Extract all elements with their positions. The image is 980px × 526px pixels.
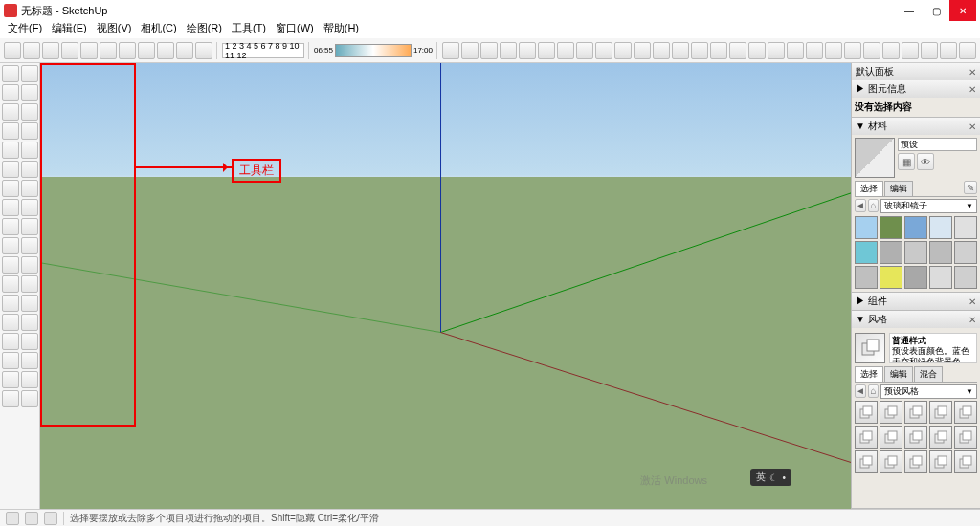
upload-icon[interactable] [921, 42, 938, 59]
style-thumb[interactable] [954, 426, 977, 449]
styles-tab-edit[interactable]: 编辑 [884, 366, 913, 382]
paste-icon[interactable] [100, 42, 117, 59]
orbit-icon[interactable] [21, 275, 38, 293]
material-swatch[interactable] [929, 216, 952, 239]
material-preview-swatch[interactable] [855, 138, 895, 178]
left-icon[interactable] [538, 42, 555, 59]
3dwh-icon[interactable] [902, 42, 919, 59]
pan-icon[interactable] [710, 42, 727, 59]
material-swatch[interactable] [855, 241, 878, 264]
materials-library-select[interactable]: 玻璃和镜子 ▼ [880, 199, 977, 213]
style-thumb[interactable] [929, 450, 952, 473]
front-icon[interactable] [480, 42, 498, 59]
material-swatch[interactable] [929, 266, 952, 289]
lasso-icon[interactable] [21, 65, 38, 82]
pie-icon[interactable] [21, 142, 38, 159]
style-thumb[interactable] [929, 401, 952, 424]
geo-icon[interactable] [882, 42, 900, 59]
style-thumb[interactable] [855, 450, 878, 473]
ime-indicator[interactable]: 英 ☾ • [750, 469, 791, 486]
pos-cam-icon[interactable] [825, 42, 842, 59]
scenes-tabs[interactable]: 1 2 3 4 5 6 7 8 9 10 11 12 [222, 43, 304, 58]
prev-icon[interactable] [787, 42, 804, 59]
shadow-time-slider[interactable] [335, 44, 412, 57]
material-name-input[interactable] [898, 138, 977, 151]
materials-back-icon[interactable]: ◄ [855, 199, 866, 212]
credits-icon[interactable] [44, 512, 57, 525]
style-thumb[interactable] [880, 401, 902, 424]
freehand-icon[interactable] [21, 84, 38, 101]
pan-tool-icon[interactable] [2, 295, 19, 312]
back-icon[interactable] [519, 42, 536, 59]
axes-icon[interactable] [21, 237, 38, 254]
help-icon[interactable] [6, 512, 19, 525]
sample-material-icon[interactable]: 👁 [917, 153, 934, 170]
zoom-win-icon[interactable] [748, 42, 766, 59]
shaded-tex-icon[interactable] [634, 42, 651, 59]
walk-icon[interactable] [672, 42, 689, 59]
panel-close-icon[interactable]: ✕ [969, 315, 976, 325]
section-icon[interactable] [844, 42, 861, 59]
material-swatch[interactable] [904, 266, 927, 289]
hidden-line-icon[interactable] [595, 42, 612, 59]
select-icon[interactable] [2, 65, 19, 82]
menu-edit[interactable]: 编辑(E) [48, 21, 91, 38]
share-icon[interactable] [940, 42, 957, 59]
viewport-3d[interactable]: 工具栏 激活 Windows 英 ☾ • [40, 63, 851, 509]
ext-wh-icon[interactable] [959, 42, 976, 59]
material-swatch[interactable] [880, 216, 902, 239]
geo-icon[interactable] [25, 512, 38, 525]
menu-camera[interactable]: 相机(C) [137, 21, 180, 38]
maximize-button[interactable]: ▢ [923, 0, 949, 21]
open-icon[interactable] [23, 42, 40, 59]
tape-icon[interactable] [2, 218, 19, 235]
shaded-icon[interactable] [614, 42, 632, 59]
materials-tab-edit[interactable]: 编辑 [884, 181, 913, 196]
top-icon[interactable] [461, 42, 479, 59]
components-header[interactable]: ▶ 组件 ✕ [852, 293, 980, 310]
text-icon[interactable] [2, 237, 19, 254]
scale-icon[interactable] [21, 199, 38, 216]
material-swatch[interactable] [954, 216, 977, 239]
look-around-icon[interactable] [21, 333, 38, 350]
styles-header[interactable]: ▼ 风格 ✕ [852, 311, 980, 328]
materials-header[interactable]: ▼ 材料 ✕ [852, 118, 980, 135]
protractor-icon[interactable] [21, 218, 38, 235]
styles-tab-select[interactable]: 选择 [855, 366, 883, 382]
copy-icon[interactable] [80, 42, 98, 59]
model-info-icon[interactable] [195, 42, 212, 59]
style-thumb[interactable] [954, 401, 977, 424]
style-thumb[interactable] [855, 426, 878, 449]
tray-pin-icon[interactable]: ✕ [969, 67, 976, 77]
rotrect-icon[interactable] [21, 103, 38, 121]
minimize-button[interactable]: — [896, 0, 923, 21]
style-thumbnail[interactable] [855, 333, 885, 363]
save-icon[interactable] [42, 42, 59, 59]
circle-icon[interactable] [2, 122, 19, 140]
entity-info-header[interactable]: ▶ 图元信息 ✕ [852, 80, 980, 98]
panel-close-icon[interactable]: ✕ [969, 84, 976, 95]
style-thumb[interactable] [904, 401, 927, 424]
create-material-icon[interactable]: ▦ [898, 153, 915, 170]
menu-draw[interactable]: 绘图(R) [183, 21, 226, 38]
zoom-ext-icon[interactable] [768, 42, 785, 59]
next-icon[interactable] [806, 42, 823, 59]
zoom-extents-icon[interactable] [21, 314, 38, 331]
material-swatch[interactable] [855, 266, 878, 289]
style-thumb[interactable] [954, 450, 977, 473]
panel-close-icon[interactable]: ✕ [969, 121, 976, 132]
push-icon[interactable] [2, 161, 19, 178]
zoom-icon[interactable] [729, 42, 746, 59]
material-swatch[interactable] [855, 216, 878, 239]
materials-tab-select[interactable]: 选择 [855, 181, 883, 196]
sandbox-icon[interactable] [21, 352, 38, 369]
styles-library-select[interactable]: 预设风格 ▼ [880, 384, 977, 399]
position-cam-icon[interactable] [2, 333, 19, 350]
menu-view[interactable]: 视图(V) [93, 21, 136, 38]
iso-icon[interactable] [442, 42, 459, 59]
materials-home-icon[interactable]: ⌂ [868, 199, 879, 212]
eyedropper-icon[interactable]: ✎ [964, 181, 977, 194]
mono-icon[interactable] [653, 42, 670, 59]
zoom-tool-icon[interactable] [21, 295, 38, 312]
right-icon[interactable] [500, 42, 517, 59]
